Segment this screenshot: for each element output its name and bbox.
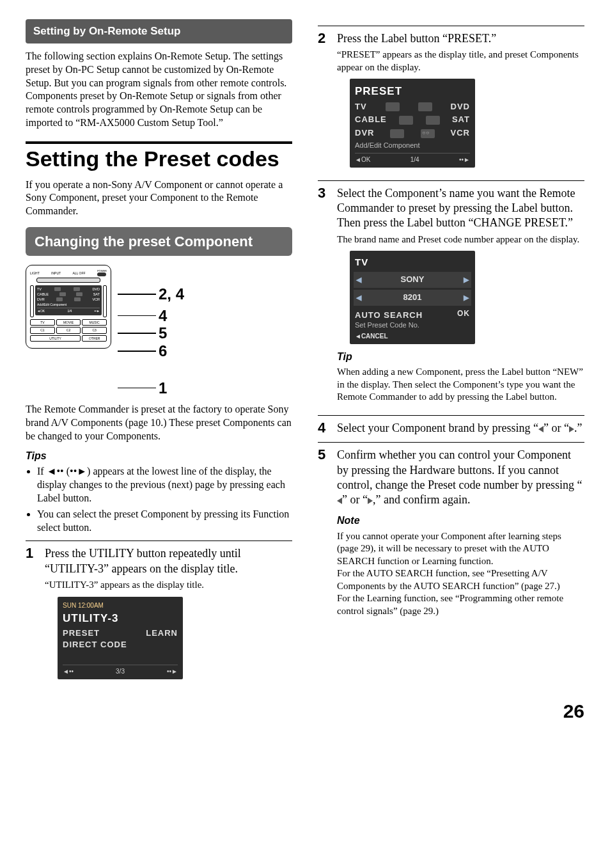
remote-screen: TVDVD CABLESAT DVRVCR Add/Edit Component… [35,285,102,315]
step-4-text-b: ” or “ [544,422,569,434]
step-2-note: “PRESET” appears as the display title, a… [337,49,584,74]
lcd2-cable: CABLE [355,113,387,127]
right-column: 2 Press the Label button “PRESET.” “PRES… [318,19,584,686]
screen-dvd: DVD [92,287,100,292]
note-body: If you cannot operate your Component aft… [337,530,584,618]
step-3-number: 3 [318,186,331,409]
step-3-note: The brand name and Preset code number ap… [337,233,584,246]
right-triangle-icon [569,426,574,432]
label-alloff: ALL OFF [72,271,85,276]
callout-24: 2, 4 [159,285,184,303]
step-1: 1 Press the UTILITY button repeatedly un… [26,541,292,686]
lcd2-tv: TV [355,100,367,114]
lcd1-foot-mid: 3/3 [116,667,125,677]
sub-heading: Changing the preset Component [26,227,292,256]
screen-dvr: DVR [37,297,45,303]
step-5-text-c: ,” and confirm again. [373,493,470,506]
step-3-lead: Select the Component’s name you want the… [337,186,584,231]
lcd2-vcr: VCR [451,127,470,140]
lcd2-add-edit: Add/Edit Component [355,140,470,152]
tips-list: If ◄•• (••►) appears at the lowest line … [26,465,292,534]
tip-2: You can select the preset Component by p… [37,508,292,535]
screen-sat: SAT [93,292,100,297]
lcd3-title: TV [355,255,470,270]
lcd2-dvd: DVD [451,100,470,114]
step-5-lead: Confirm whether you can control your Com… [337,448,584,508]
callout-4: 4 [159,307,167,325]
sat-box-icon [426,116,440,125]
callout-1: 1 [159,379,167,397]
btn-c3: C3 [82,327,107,334]
label-input: INPUT [51,271,61,276]
step-1-number: 1 [26,546,38,686]
lcd-tv-preset: TV ◀SONY▶ ◀8201▶ AUTO SEARCHOK Set Prese… [350,251,475,343]
lcd2-foot-left: ◄OK [355,155,370,165]
right-rail-icon [103,285,107,317]
btn-other: OTHER [82,335,107,342]
section-header: Setting by On-Remote Setup [26,19,292,43]
lcd3-brand: SONY [401,273,425,287]
left-rail-icon [30,285,34,317]
lcd-utility3: SUN 12:00AM UTILITY-3 PRESETLEARN DIRECT… [58,597,183,679]
callout-6: 6 [159,342,167,360]
remote-buttons: TV MOVIE MUSIC C1 C2 C3 UTILITY OTHER [30,319,107,342]
dvr-box-icon [390,129,404,138]
diagram-callouts: 2, 4 4 5 6 1 [118,265,184,397]
left-arrow-icon-2: ◀ [356,292,361,304]
btn-c2: C2 [56,327,81,334]
step-1-lead: Press the UTILITY button repeatedly unti… [45,546,292,576]
step-3: 3 Select the Component’s name you want t… [318,180,584,409]
lcd1-direct-code: DIRECT CODE [63,640,127,649]
screen-tv: TV [37,287,42,292]
step-2-lead: Press the Label button “PRESET.” [337,31,584,46]
note-heading: Note [337,514,584,528]
remote-outline: LIGHT INPUT ALL OFF POWER TVDVD CABLESAT… [26,265,111,349]
screen-vcr: VCR [92,297,100,303]
lcd-preset: PRESET TVDVD CABLESAT DVRVCR Add/Edit Co… [350,79,475,167]
tips-heading: Tips [26,450,292,463]
tip-body: When adding a new Component, press the L… [337,366,584,404]
main-heading: Setting the Preset codes [26,141,292,171]
dvd-icon [74,287,80,291]
left-column: Setting by On-Remote Setup The following… [26,19,292,686]
step-5-text-a: Confirm whether you can control your Com… [337,448,582,491]
step-4-text-a: Select your Component brand by pressing … [337,422,538,434]
lcd3-cancel: ◄CANCEL [355,331,470,342]
vcr-icon [74,297,81,301]
power-switch-icon [97,272,106,276]
tv-box-icon [386,102,400,111]
lcd3-sub: Set Preset Code No. [355,320,470,331]
lcd3-ok: OK [457,308,470,320]
step-2-number: 2 [318,31,331,174]
btn-c1: C1 [30,327,55,334]
btn-music: MUSIC [82,319,107,326]
rocker-icon [36,278,100,283]
callout-5: 5 [159,324,167,342]
dvd-box-icon [418,102,432,111]
screen-foot-right: ••► [95,309,100,313]
cable-icon [59,292,66,296]
lcd2-foot-right: ••► [459,155,470,165]
step-4-text-c: .” [574,422,583,434]
remote-diagram: LIGHT INPUT ALL OFF POWER TVDVD CABLESAT… [26,265,292,397]
screen-foot-left: ◄OK [37,309,45,313]
step-5: 5 Confirm whether you can control your C… [318,442,584,622]
btn-tv: TV [30,319,55,326]
left-triangle-icon-2 [337,498,342,504]
page-number: 26 [26,698,584,723]
lcd2-title: PRESET [355,83,470,100]
tv-icon [54,287,61,291]
step-4-lead: Select your Component brand by pressing … [337,421,584,436]
left-arrow-icon: ◀ [356,274,361,286]
step-1-note: “UTILITY-3” appears as the display title… [45,579,292,592]
step-4: 4 Select your Component brand by pressin… [318,415,584,436]
lcd1-foot-right: ••► [167,667,178,677]
btn-movie: MOVIE [56,319,81,326]
lcd3-code: 8201 [403,291,422,304]
right-triangle-icon-2 [368,498,373,504]
preset-intro: If you operate a non-Sony A/V Component … [26,178,292,218]
lcd1-preset: PRESET [63,627,100,640]
lcd2-sat: SAT [452,113,470,127]
right-arrow-icon-2: ▶ [464,292,469,304]
left-triangle-icon [538,426,544,432]
